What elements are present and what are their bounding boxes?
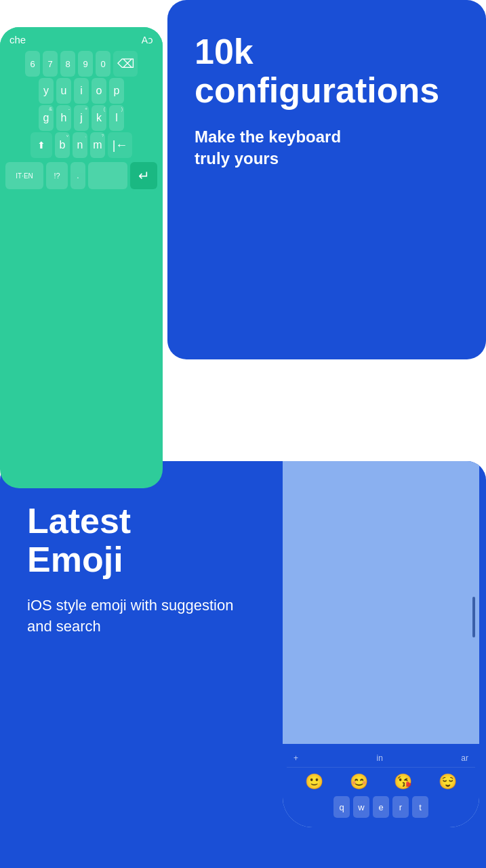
emoji-3: 😘	[394, 773, 412, 791]
keyboard-panel: che Aↄ 6 7 8 9 0 ⌫ y u i o p	[0, 27, 163, 488]
key-l[interactable]: l)	[109, 105, 124, 131]
key-9[interactable]: 9	[78, 51, 93, 77]
phone-emoji-row: 🙂 😊 😘 😌	[287, 770, 475, 793]
key-6[interactable]: 6	[25, 51, 40, 77]
space-key[interactable]	[88, 162, 127, 189]
key-u[interactable]: u	[56, 78, 71, 104]
delete-key[interactable]: |←	[108, 132, 132, 158]
key-0[interactable]: 0	[96, 51, 110, 77]
keyboard-rows: 6 7 8 9 0 ⌫ y u i o p g& h-	[0, 51, 163, 192]
number-row: 6 7 8 9 0 ⌫	[3, 51, 160, 77]
row-ghjkl: g& h- j+ k( l)	[3, 105, 160, 131]
key-y[interactable]: y	[39, 78, 54, 104]
emoji-2: 😊	[350, 773, 368, 791]
row-bnm: ⬆ bv n, m? |←	[3, 132, 160, 158]
key-i[interactable]: i	[74, 78, 89, 104]
key-b[interactable]: bv	[55, 132, 70, 158]
phone-key-w[interactable]: w	[353, 796, 369, 818]
phone-key-row-qwert: q w e r t	[287, 796, 475, 818]
top-section: che Aↄ 6 7 8 9 0 ⌫ y u i o p	[0, 0, 486, 461]
key-k[interactable]: k(	[92, 105, 106, 131]
key-8[interactable]: 8	[60, 51, 75, 77]
config-subtitle: Make the keyboard truly yours	[195, 126, 459, 168]
suggestion-word: che	[9, 34, 26, 45]
suggestion-ar: ar	[461, 753, 468, 763]
backspace-key[interactable]: ⌫	[113, 51, 138, 77]
phone-key-q[interactable]: q	[333, 796, 350, 818]
phone-mockup: + in ar 🙂 😊 😘 😌 q w e r t	[276, 461, 486, 854]
key-m[interactable]: m?	[90, 132, 105, 158]
phone-key-t[interactable]: t	[412, 796, 428, 818]
phone-outer: + in ar 🙂 😊 😘 😌 q w e r t	[283, 461, 479, 827]
phone-keyboard: + in ar 🙂 😊 😘 😌 q w e r t	[283, 744, 479, 827]
suggestion-in: in	[377, 753, 383, 763]
emoji-subtitle: iOS style emoji with suggestion and sear…	[27, 595, 244, 637]
key-g[interactable]: g&	[39, 105, 54, 131]
phone-suggestion-bar: + in ar	[287, 749, 475, 768]
key-j[interactable]: j+	[74, 105, 89, 131]
row-yuiop: y u i o p	[3, 78, 160, 104]
language-key[interactable]: IT·EN	[5, 162, 43, 189]
return-key[interactable]: ↵	[130, 162, 157, 189]
config-title: 10k configurations	[195, 33, 459, 110]
side-bar-indicator	[472, 597, 475, 637]
bottom-bar: IT·EN !? . ↵	[3, 159, 160, 192]
emoji-title: Latest Emoji	[27, 502, 244, 579]
spell-check-icon: Aↄ	[142, 35, 153, 45]
shift-key[interactable]: ⬆	[31, 132, 52, 158]
suggestion-right: Aↄ	[142, 35, 153, 45]
suggestion-plus: +	[293, 753, 298, 763]
emoji-1: 🙂	[305, 773, 323, 791]
emoji-4: 😌	[439, 773, 457, 791]
suggestion-bar: che Aↄ	[0, 27, 163, 51]
dot-key[interactable]: .	[70, 162, 85, 189]
config-card: 10k configurations Make the keyboard tru…	[167, 0, 486, 359]
key-h[interactable]: h-	[56, 105, 71, 131]
symbol-key[interactable]: !?	[46, 162, 68, 189]
key-p[interactable]: p	[109, 78, 124, 104]
key-7[interactable]: 7	[43, 51, 58, 77]
phone-key-r[interactable]: r	[392, 796, 409, 818]
emoji-text-block: Latest Emoji iOS style emoji with sugges…	[27, 502, 244, 637]
key-n[interactable]: n,	[73, 132, 87, 158]
bottom-section: Latest Emoji iOS style emoji with sugges…	[0, 461, 486, 868]
key-o[interactable]: o	[92, 78, 106, 104]
phone-key-e[interactable]: e	[373, 796, 389, 818]
